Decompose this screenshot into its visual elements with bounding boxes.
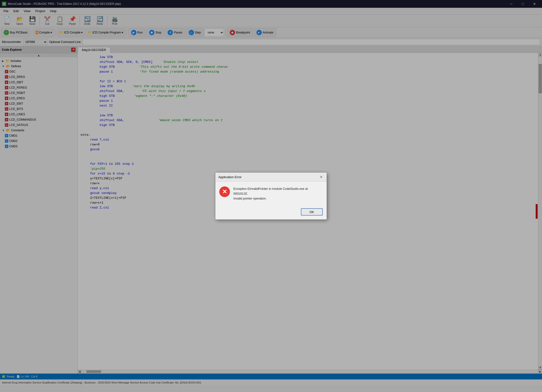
error-line-1: Exception EInvalidPointer in module Code… bbox=[233, 186, 308, 191]
error-icon: ✕ bbox=[219, 186, 230, 197]
modal-message: Exception EInvalidPointer in module Code… bbox=[233, 186, 308, 201]
modal-close-button[interactable]: ✕ bbox=[319, 175, 324, 179]
modal-footer: OK bbox=[215, 206, 327, 219]
error-line-3: Invalid pointer operation. bbox=[233, 196, 308, 201]
modal-title: Application Error bbox=[218, 175, 242, 179]
error-dialog: Application Error ✕ ✕ Exception EInvalid… bbox=[215, 172, 327, 220]
error-line-2: 0001911E. bbox=[233, 191, 308, 196]
modal-ok-button[interactable]: OK bbox=[301, 208, 323, 216]
modal-titlebar: Application Error ✕ bbox=[215, 173, 327, 182]
modal-body: ✕ Exception EInvalidPointer in module Co… bbox=[215, 182, 327, 206]
modal-overlay: Application Error ✕ ✕ Exception EInvalid… bbox=[0, 0, 542, 392]
ok-label: OK bbox=[310, 210, 314, 214]
